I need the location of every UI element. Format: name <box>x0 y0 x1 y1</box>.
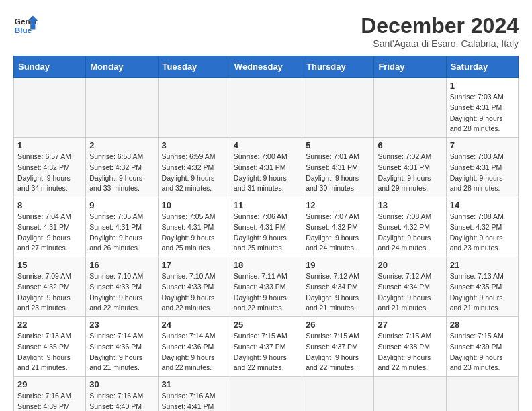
calendar-week-5: 29Sunrise: 7:16 AMSunset: 4:39 PMDayligh… <box>14 377 519 412</box>
day-number: 17 <box>162 260 226 270</box>
day-info: Sunrise: 7:15 AMSunset: 4:37 PMDaylight:… <box>306 331 370 373</box>
day-number: 25 <box>234 320 298 330</box>
calendar-cell: 12Sunrise: 7:07 AMSunset: 4:32 PMDayligh… <box>302 197 374 257</box>
day-info: Sunrise: 7:16 AMSunset: 4:39 PMDaylight:… <box>17 391 82 411</box>
day-number: 11 <box>234 200 298 210</box>
calendar-cell <box>446 377 518 412</box>
day-number: 6 <box>378 140 442 150</box>
column-header-wednesday: Wednesday <box>230 56 302 78</box>
day-info: Sunrise: 7:00 AMSunset: 4:31 PMDaylight:… <box>234 152 298 194</box>
day-number: 23 <box>89 320 154 330</box>
calendar-cell: 16Sunrise: 7:10 AMSunset: 4:33 PMDayligh… <box>86 257 158 317</box>
day-number: 19 <box>306 260 370 270</box>
column-header-thursday: Thursday <box>302 56 374 78</box>
calendar-week-2: 8Sunrise: 7:04 AMSunset: 4:31 PMDaylight… <box>14 197 519 257</box>
calendar-cell: 9Sunrise: 7:05 AMSunset: 4:31 PMDaylight… <box>86 197 158 257</box>
column-header-friday: Friday <box>374 56 446 78</box>
day-number: 21 <box>450 260 515 270</box>
day-info: Sunrise: 7:06 AMSunset: 4:31 PMDaylight:… <box>234 212 298 254</box>
day-info: Sunrise: 7:13 AMSunset: 4:35 PMDaylight:… <box>17 331 82 373</box>
day-number: 24 <box>162 320 226 330</box>
day-info: Sunrise: 7:05 AMSunset: 4:31 PMDaylight:… <box>162 212 226 254</box>
calendar-cell: 24Sunrise: 7:14 AMSunset: 4:36 PMDayligh… <box>158 317 230 377</box>
calendar-cell: 23Sunrise: 7:14 AMSunset: 4:36 PMDayligh… <box>86 317 158 377</box>
calendar-week-0: 1Sunrise: 7:03 AMSunset: 4:31 PMDaylight… <box>14 78 519 138</box>
calendar-week-4: 22Sunrise: 7:13 AMSunset: 4:35 PMDayligh… <box>14 317 519 377</box>
day-number: 18 <box>234 260 298 270</box>
day-info: Sunrise: 7:08 AMSunset: 4:32 PMDaylight:… <box>378 212 442 254</box>
day-info: Sunrise: 7:07 AMSunset: 4:32 PMDaylight:… <box>306 212 370 254</box>
day-number: 3 <box>162 140 226 150</box>
logo-icon: GeneralBlue <box>13 13 38 38</box>
day-info: Sunrise: 6:58 AMSunset: 4:32 PMDaylight:… <box>89 152 154 194</box>
day-info: Sunrise: 7:05 AMSunset: 4:31 PMDaylight:… <box>89 212 154 254</box>
calendar-week-3: 15Sunrise: 7:09 AMSunset: 4:32 PMDayligh… <box>14 257 519 317</box>
day-number: 30 <box>89 379 154 390</box>
calendar-cell: 31Sunrise: 7:16 AMSunset: 4:41 PMDayligh… <box>158 377 230 412</box>
day-info: Sunrise: 7:16 AMSunset: 4:41 PMDaylight:… <box>162 391 226 411</box>
calendar-cell <box>230 377 302 412</box>
calendar-cell: 25Sunrise: 7:15 AMSunset: 4:37 PMDayligh… <box>230 317 302 377</box>
day-info: Sunrise: 7:02 AMSunset: 4:31 PMDaylight:… <box>378 152 442 194</box>
day-number: 20 <box>378 260 442 270</box>
day-number: 10 <box>162 200 226 210</box>
day-number: 4 <box>234 140 298 150</box>
day-info: Sunrise: 7:08 AMSunset: 4:32 PMDaylight:… <box>450 212 515 254</box>
title-block: December 2024 Sant'Agata di Esaro, Calab… <box>361 13 519 49</box>
calendar-cell: 7Sunrise: 7:03 AMSunset: 4:31 PMDaylight… <box>446 138 518 197</box>
day-info: Sunrise: 7:13 AMSunset: 4:35 PMDaylight:… <box>450 271 515 314</box>
day-info: Sunrise: 6:57 AMSunset: 4:32 PMDaylight:… <box>17 152 82 194</box>
calendar-cell <box>158 78 230 138</box>
calendar-cell <box>230 78 302 138</box>
day-info: Sunrise: 6:59 AMSunset: 4:32 PMDaylight:… <box>162 152 226 194</box>
day-number: 16 <box>89 260 154 270</box>
column-header-tuesday: Tuesday <box>158 56 230 78</box>
day-number: 15 <box>17 260 82 270</box>
month-title: December 2024 <box>361 13 519 38</box>
column-header-saturday: Saturday <box>446 56 518 78</box>
day-number: 22 <box>17 320 82 330</box>
calendar-cell: 30Sunrise: 7:16 AMSunset: 4:40 PMDayligh… <box>86 377 158 412</box>
day-info: Sunrise: 7:03 AMSunset: 4:31 PMDaylight:… <box>450 152 515 194</box>
calendar-cell <box>14 78 86 138</box>
day-number: 1 <box>450 81 515 91</box>
day-number: 13 <box>378 200 442 210</box>
calendar-cell: 19Sunrise: 7:12 AMSunset: 4:34 PMDayligh… <box>302 257 374 317</box>
day-number: 26 <box>306 320 370 330</box>
calendar-cell: 17Sunrise: 7:10 AMSunset: 4:33 PMDayligh… <box>158 257 230 317</box>
calendar-cell: 5Sunrise: 7:01 AMSunset: 4:31 PMDaylight… <box>302 138 374 197</box>
calendar-cell: 1Sunrise: 6:57 AMSunset: 4:32 PMDaylight… <box>14 138 86 197</box>
day-number: 9 <box>89 200 154 210</box>
calendar-cell: 13Sunrise: 7:08 AMSunset: 4:32 PMDayligh… <box>374 197 446 257</box>
calendar-cell: 14Sunrise: 7:08 AMSunset: 4:32 PMDayligh… <box>446 197 518 257</box>
calendar-cell: 20Sunrise: 7:12 AMSunset: 4:34 PMDayligh… <box>374 257 446 317</box>
calendar-cell <box>302 377 374 412</box>
calendar-table: SundayMondayTuesdayWednesdayThursdayFrid… <box>13 56 519 411</box>
calendar-cell: 21Sunrise: 7:13 AMSunset: 4:35 PMDayligh… <box>446 257 518 317</box>
calendar-cell: 15Sunrise: 7:09 AMSunset: 4:32 PMDayligh… <box>14 257 86 317</box>
day-info: Sunrise: 7:15 AMSunset: 4:39 PMDaylight:… <box>450 331 515 373</box>
svg-text:Blue: Blue <box>15 26 32 34</box>
column-header-monday: Monday <box>86 56 158 78</box>
calendar-cell: 1Sunrise: 7:03 AMSunset: 4:31 PMDaylight… <box>446 78 518 138</box>
calendar-header: SundayMondayTuesdayWednesdayThursdayFrid… <box>14 56 519 78</box>
calendar-cell: 26Sunrise: 7:15 AMSunset: 4:37 PMDayligh… <box>302 317 374 377</box>
day-info: Sunrise: 7:11 AMSunset: 4:33 PMDaylight:… <box>234 271 298 314</box>
day-info: Sunrise: 7:16 AMSunset: 4:40 PMDaylight:… <box>89 391 154 411</box>
day-number: 29 <box>17 379 82 390</box>
page-header: GeneralBlue December 2024 Sant'Agata di … <box>13 13 519 49</box>
day-number: 8 <box>17 200 82 210</box>
day-number: 1 <box>17 140 82 150</box>
calendar-cell: 11Sunrise: 7:06 AMSunset: 4:31 PMDayligh… <box>230 197 302 257</box>
calendar-cell: 8Sunrise: 7:04 AMSunset: 4:31 PMDaylight… <box>14 197 86 257</box>
logo: GeneralBlue <box>13 13 38 38</box>
calendar-cell: 6Sunrise: 7:02 AMSunset: 4:31 PMDaylight… <box>374 138 446 197</box>
calendar-cell <box>302 78 374 138</box>
day-info: Sunrise: 7:14 AMSunset: 4:36 PMDaylight:… <box>89 331 154 373</box>
day-number: 14 <box>450 200 515 210</box>
day-number: 5 <box>306 140 370 150</box>
day-number: 2 <box>89 140 154 150</box>
day-info: Sunrise: 7:14 AMSunset: 4:36 PMDaylight:… <box>162 331 226 373</box>
calendar-cell: 18Sunrise: 7:11 AMSunset: 4:33 PMDayligh… <box>230 257 302 317</box>
calendar-cell <box>374 377 446 412</box>
